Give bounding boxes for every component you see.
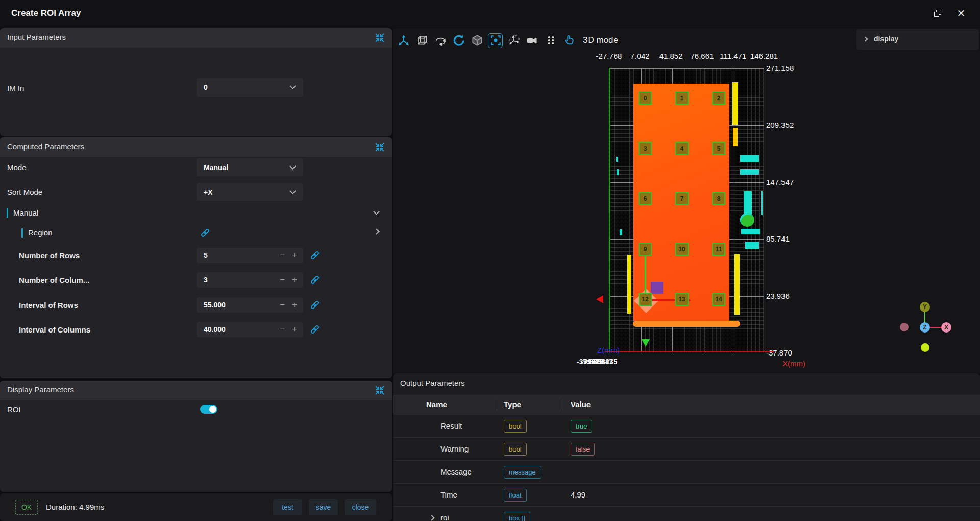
roi-box-9[interactable]: 9 <box>639 243 652 256</box>
drag-dots-icon[interactable] <box>543 33 558 48</box>
point-cloud-cyan <box>761 191 763 215</box>
mode-dropdown[interactable]: Manual <box>197 158 303 176</box>
computed-parameters-header: Computed Parameters <box>0 137 392 157</box>
close-button[interactable]: close <box>345 499 376 515</box>
parameter-label: Number of Rows <box>19 251 80 260</box>
collapse-icon[interactable] <box>374 384 386 396</box>
gizmo-z-axis[interactable]: Z <box>920 322 930 333</box>
table-row-roi: roibox [] <box>393 507 980 521</box>
restore-window-icon[interactable] <box>930 6 945 21</box>
increment-button[interactable]: + <box>292 324 297 335</box>
roi-box-11[interactable]: 11 <box>712 243 725 256</box>
chevron-right-icon <box>863 37 868 42</box>
chevron-right-icon[interactable] <box>373 228 380 235</box>
link-icon[interactable] <box>309 324 321 335</box>
y-axis-tick: 85.741 <box>766 234 790 243</box>
roi-box-10[interactable]: 10 <box>675 243 689 256</box>
roi-box-8[interactable]: 8 <box>712 192 725 205</box>
solid-cube-icon[interactable] <box>470 33 484 48</box>
toggle-knob <box>209 406 216 413</box>
stepper-controls: −+ <box>280 297 297 313</box>
chevron-down-icon <box>289 83 296 89</box>
ok-status-badge: OK <box>15 500 38 515</box>
number-input[interactable]: 3−+ <box>197 272 303 288</box>
point-cloud-yellow-bar <box>732 82 738 125</box>
x-axis-tick: 111.471 <box>720 52 746 60</box>
roi-toggle[interactable] <box>200 405 217 414</box>
gizmo-x-axis[interactable]: X <box>941 322 951 333</box>
decrement-button[interactable]: − <box>280 275 285 285</box>
expand-row-icon[interactable] <box>429 515 434 520</box>
gizmo-neg-x-axis[interactable] <box>900 323 909 331</box>
reset-rotation-icon[interactable] <box>451 33 466 48</box>
number-value: 55.000 <box>204 301 226 309</box>
cube-outline-icon[interactable] <box>414 33 429 48</box>
plot-grid[interactable]: 01234567891011121314 <box>609 68 764 352</box>
roi-box-2[interactable]: 2 <box>712 91 725 105</box>
roi-box-0[interactable]: 0 <box>639 91 652 105</box>
number-input[interactable]: 5−+ <box>197 248 303 263</box>
camera-icon[interactable] <box>525 33 540 48</box>
display-panel-header[interactable]: display <box>856 29 979 50</box>
number-value: 3 <box>204 276 208 284</box>
focus-icon[interactable] <box>488 33 503 48</box>
y-axis-tick: -37.870 <box>766 348 792 357</box>
roi-box-7[interactable]: 7 <box>675 192 689 205</box>
roi-box-5[interactable]: 5 <box>712 142 725 155</box>
coordinate-axes-icon[interactable]: Y X Z <box>506 33 521 48</box>
value-cell: true <box>571 420 592 433</box>
purple-marker <box>651 282 663 294</box>
decrement-button[interactable]: − <box>280 324 285 335</box>
link-icon[interactable] <box>309 274 321 286</box>
decrement-button[interactable]: − <box>280 250 285 260</box>
increment-button[interactable]: + <box>292 300 297 310</box>
number-input[interactable]: 55.000−+ <box>197 297 303 313</box>
title-bar: Create ROI Array ✕ <box>0 0 980 28</box>
roi-box-1[interactable]: 1 <box>675 91 689 105</box>
3d-viewport[interactable]: Y X Z 3D mode display -27.7687.04241.852 <box>393 28 980 373</box>
chevron-down-icon[interactable] <box>373 208 380 215</box>
display-panel-label: display <box>874 35 898 43</box>
link-icon[interactable] <box>309 250 321 261</box>
roi-box-12[interactable]: 12 <box>639 293 652 306</box>
roi-box-3[interactable]: 3 <box>639 142 652 155</box>
test-button[interactable]: test <box>273 499 302 515</box>
chevron-down-icon <box>289 187 296 194</box>
z-axis-overlapping-labels: -37.870-99.658-161.447-223.235 <box>577 358 638 367</box>
increment-button[interactable]: + <box>292 275 297 285</box>
collapse-icon[interactable] <box>374 141 386 153</box>
gizmo-neg-y-axis[interactable] <box>921 343 929 352</box>
link-icon[interactable] <box>200 227 211 239</box>
roi-box-13[interactable]: 13 <box>675 293 689 306</box>
stepper-controls: −+ <box>280 248 297 263</box>
sort-mode-dropdown[interactable]: +X <box>197 183 303 201</box>
gizmo-y-axis[interactable]: Y <box>920 302 930 312</box>
orientation-gizmo[interactable]: Y Z X <box>909 296 970 358</box>
roi-box-14[interactable]: 14 <box>712 293 725 306</box>
im-in-dropdown[interactable]: 0 <box>197 78 303 97</box>
panel-title: Input Parameters <box>7 33 66 41</box>
x-axis-tick: 146.281 <box>750 52 778 60</box>
parameter-label: Interval of Columns <box>19 325 90 334</box>
display-parameters-header: Display Parameters <box>0 381 392 400</box>
roi-box-6[interactable]: 6 <box>639 192 652 205</box>
hand-pan-icon[interactable] <box>561 33 576 48</box>
input-parameters-panel: Input Parameters IM In 0 <box>0 28 392 136</box>
link-icon[interactable] <box>309 299 321 311</box>
axes-3d-icon[interactable] <box>396 33 411 48</box>
output-table-rows: ResultbooltrueWarningboolfalseMessagemes… <box>393 415 980 521</box>
close-window-icon[interactable]: ✕ <box>953 6 969 21</box>
number-input[interactable]: 40.000−+ <box>197 322 303 337</box>
roi-box-4[interactable]: 4 <box>675 142 689 155</box>
orange-edge-bar <box>633 321 740 327</box>
collapse-icon[interactable] <box>374 32 386 44</box>
orbit-icon[interactable] <box>433 33 448 48</box>
save-button[interactable]: save <box>309 499 338 515</box>
increment-button[interactable]: + <box>292 250 297 260</box>
point-cloud-cyan <box>617 169 619 175</box>
number-value: 40.000 <box>204 325 226 334</box>
output-table-header: Name Type Value <box>393 395 980 415</box>
type-badge: message <box>504 466 541 479</box>
mode-value: Manual <box>204 163 228 172</box>
decrement-button[interactable]: − <box>280 300 285 310</box>
